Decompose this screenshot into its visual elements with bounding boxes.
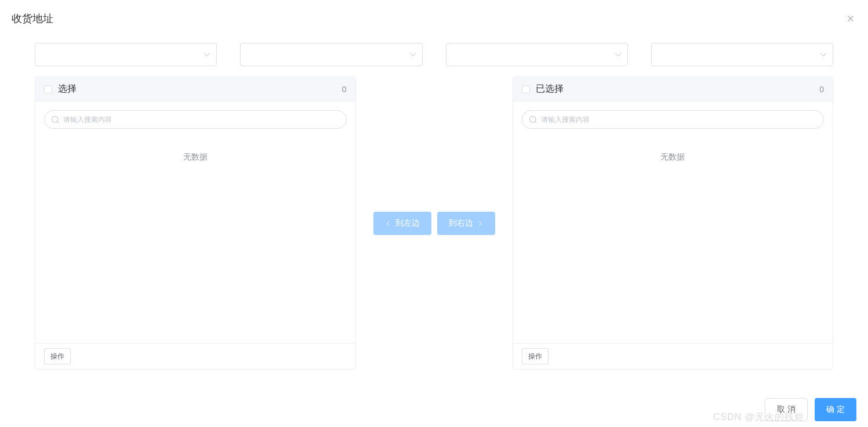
dialog-footer: 取 消 确 定: [765, 398, 856, 421]
panel-left-search-input[interactable]: [44, 110, 347, 129]
panel-left-count: 0: [342, 85, 347, 94]
close-icon[interactable]: [845, 13, 856, 24]
select-4-input[interactable]: [651, 43, 833, 66]
chevron-left-icon: [385, 220, 392, 227]
panel-left-check-all[interactable]: 选择: [44, 83, 77, 95]
transfer-panel-right: 已选择 0 无数据 操作: [513, 77, 834, 370]
to-right-label: 到右边: [449, 218, 473, 229]
transfer: 选择 0 无数据 操作: [35, 77, 833, 370]
select-3-input[interactable]: [446, 43, 628, 66]
search-icon: [529, 115, 537, 124]
panel-left-header: 选择 0: [35, 77, 355, 102]
panel-right-search-input[interactable]: [522, 110, 825, 129]
select-1[interactable]: [35, 43, 217, 66]
select-3[interactable]: [446, 43, 628, 66]
transfer-buttons: 到左边 到右边: [373, 212, 495, 235]
transfer-panel-left: 选择 0 无数据 操作: [35, 77, 356, 370]
panel-left-empty: 无数据: [44, 152, 347, 162]
checkbox-icon: [44, 85, 52, 93]
select-2-input[interactable]: [240, 43, 422, 66]
select-4[interactable]: [651, 43, 833, 66]
select-2[interactable]: [240, 43, 422, 66]
dialog-title: 收货地址: [12, 12, 53, 26]
search-icon: [51, 115, 59, 124]
to-left-label: 到左边: [395, 218, 420, 229]
panel-right-empty: 无数据: [522, 152, 825, 162]
chevron-right-icon: [477, 220, 484, 227]
select-1-input[interactable]: [35, 43, 217, 66]
panel-right-title: 已选择: [536, 83, 564, 95]
confirm-button[interactable]: 确 定: [815, 398, 856, 421]
to-left-button[interactable]: 到左边: [373, 212, 431, 235]
panel-right-header: 已选择 0: [513, 77, 833, 102]
panel-left-footer-button[interactable]: 操作: [44, 348, 71, 364]
panel-left-title: 选择: [58, 83, 77, 95]
panel-right-check-all[interactable]: 已选择: [522, 83, 564, 95]
panel-right-footer-button[interactable]: 操作: [522, 348, 549, 364]
checkbox-icon: [522, 85, 530, 93]
to-right-button[interactable]: 到右边: [437, 212, 495, 235]
cancel-button[interactable]: 取 消: [765, 398, 808, 421]
panel-right-count: 0: [819, 85, 824, 94]
select-row: [35, 43, 833, 66]
